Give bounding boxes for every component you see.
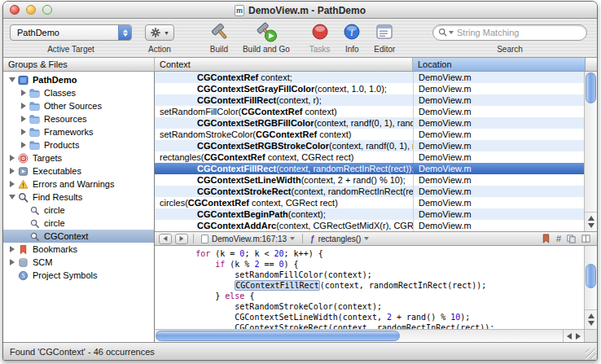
sidebar-item-project-symbols[interactable]: SProject Symbols	[3, 269, 154, 282]
function-popup[interactable]: ƒ rectangles()	[308, 235, 371, 243]
sidebar-item-other-sources[interactable]: Other Sources	[3, 99, 154, 112]
scrollbar-thumb[interactable]	[586, 264, 596, 288]
minimize-button[interactable]	[26, 5, 36, 15]
disclosure-triangle-icon[interactable]	[19, 128, 28, 137]
sidebar-item-products[interactable]: Products	[3, 138, 154, 151]
result-row[interactable]: CGContextAddArc(context, CGRectGetMidX(r…	[155, 220, 584, 231]
disclosure-triangle-icon[interactable]	[19, 115, 28, 124]
result-row[interactable]: CGContextSetLineWidth(context, 2 + rand(…	[155, 174, 584, 186]
sidebar-item-circle[interactable]: circle	[3, 217, 154, 230]
disclosure-triangle-icon[interactable]	[7, 193, 16, 202]
scroll-left-arrow-icon[interactable]	[567, 333, 572, 340]
result-context-cell: CGContextSetRGBFillColor(context, randf(…	[155, 117, 413, 129]
build-group: Build	[208, 21, 230, 54]
active-target-popup[interactable]: PathDemo	[10, 24, 132, 41]
disclosure-triangle-icon[interactable]	[19, 102, 28, 111]
editor-button[interactable]	[375, 23, 394, 43]
info-button[interactable]: i	[343, 23, 361, 43]
result-row[interactable]: setRandomStrokeColor(CGContextRef contex…	[155, 129, 584, 140]
sidebar-item-scm[interactable]: SCM	[3, 256, 154, 269]
resize-grip[interactable]	[586, 349, 596, 359]
gear-icon	[150, 27, 161, 39]
result-row[interactable]: CGContextStrokeRect(context, randomRectI…	[155, 186, 584, 197]
sidebar-item-executables[interactable]: Executables	[3, 164, 154, 178]
editor-horizontal-scrollbar[interactable]	[155, 329, 584, 342]
action-group: ▼ Action	[145, 21, 174, 54]
sidebar-item-label: PathDemo	[33, 75, 77, 85]
result-row[interactable]: circles(CGContextRef context, CGRect rec…	[155, 197, 584, 208]
search-group: Search	[432, 21, 587, 54]
warning-icon	[17, 178, 29, 190]
sidebar-item-pathdemo[interactable]: PathDemo	[3, 73, 154, 86]
disclosure-triangle-icon[interactable]	[7, 245, 16, 254]
result-row[interactable]: CGContextSetRGBFillColor(context, randf(…	[155, 117, 584, 129]
header-corner	[586, 58, 597, 71]
sidebar-item-resources[interactable]: Resources	[3, 112, 154, 125]
result-row[interactable]: CGContextFillRect(context, r);DemoView.m	[155, 94, 584, 106]
result-row[interactable]: rectangles(CGContextRef context, CGRect …	[155, 151, 584, 163]
search-input[interactable]	[455, 27, 581, 38]
scroll-up-arrow-icon[interactable]	[588, 216, 594, 221]
sidebar-item-label: Classes	[44, 88, 76, 98]
disclosure-triangle-icon[interactable]	[7, 167, 16, 176]
editor-vertical-scrollbar[interactable]	[584, 246, 597, 329]
search-field[interactable]	[432, 24, 587, 41]
nav-separator	[193, 234, 194, 243]
groups-files-tree[interactable]: PathDemoClassesOther SourcesResourcesFra…	[3, 72, 155, 342]
result-context-cell: CGContextSetLineWidth(context, 2 + rand(…	[155, 174, 413, 186]
sidebar-item-classes[interactable]: Classes	[3, 86, 154, 99]
sidebar-item-errors-and-warnings[interactable]: Errors and Warnings	[3, 178, 154, 191]
scroll-right-arrow-icon[interactable]	[576, 333, 581, 340]
result-location-cell: DemoView.m	[413, 72, 584, 83]
titlebar[interactable]: m DemoView.m - PathDemo	[3, 2, 597, 19]
scrollbar-thumb[interactable]	[156, 331, 400, 341]
result-row[interactable]: CGContextBeginPath(context);DemoView.m	[155, 208, 584, 220]
breakpoints-icon[interactable]: #	[556, 234, 561, 243]
disclosure-triangle-icon[interactable]	[7, 180, 16, 189]
code-area[interactable]: for (k = 0; k < 20; k++) { if (k % 2 == …	[155, 246, 584, 329]
sidebar-item-circle[interactable]: circle	[3, 204, 154, 217]
result-row[interactable]: CGContextSetGrayFillColor(context, 1.0, …	[155, 83, 584, 94]
result-row[interactable]: CGContextFillRect(context, randomRectInR…	[155, 163, 584, 174]
location-column-header[interactable]: Location	[413, 58, 586, 71]
action-button[interactable]: ▼	[145, 24, 174, 41]
context-column-header[interactable]: Context	[155, 58, 413, 71]
results-vertical-scrollbar[interactable]	[584, 72, 597, 231]
result-row[interactable]: CGContextSetRGBStrokeColor(context, rand…	[155, 140, 584, 151]
scroll-down-arrow-icon[interactable]	[588, 223, 594, 228]
close-button[interactable]	[10, 5, 20, 15]
sidebar-item-bookmarks[interactable]: Bookmarks	[3, 243, 154, 256]
sidebar-item-frameworks[interactable]: Frameworks	[3, 125, 154, 138]
bookmark-icon[interactable]	[542, 234, 551, 243]
source-editor[interactable]: for (k = 0; k < 20; k++) { if (k % 2 == …	[155, 246, 597, 342]
disclosure-triangle-icon[interactable]	[19, 141, 28, 150]
sidebar-item-label: CGContext	[44, 231, 88, 241]
result-location-cell: DemoView.m	[413, 163, 584, 174]
zoom-button[interactable]	[42, 5, 52, 15]
code-line: setRandomFillColor(context);	[161, 270, 584, 280]
disclosure-triangle-icon	[19, 206, 28, 215]
counterpart-icon[interactable]	[567, 234, 576, 243]
disclosure-triangle-icon[interactable]	[7, 154, 16, 163]
split-pane-icon[interactable]	[581, 234, 590, 243]
build-and-go-button[interactable]	[255, 21, 278, 45]
tasks-button[interactable]	[311, 23, 329, 43]
sidebar-item-targets[interactable]: Targets	[3, 151, 154, 164]
disclosure-triangle-icon[interactable]	[7, 258, 16, 267]
scrollbar-corner	[584, 329, 597, 342]
search-scope-caret-icon[interactable]	[449, 31, 454, 34]
sidebar-item-cgcontext[interactable]: CGContext	[3, 230, 154, 243]
result-row[interactable]: setRandomFillColor(CGContextRef context)…	[155, 106, 584, 117]
result-row[interactable]: CGContextRef context;DemoView.m	[155, 72, 584, 83]
forward-button[interactable]	[175, 234, 188, 244]
disclosure-triangle-icon[interactable]	[19, 89, 28, 98]
disclosure-triangle-icon[interactable]	[7, 76, 16, 85]
build-button[interactable]	[208, 21, 230, 45]
status-text: Found 'CGContext' - 46 occurrences	[10, 347, 155, 357]
back-button[interactable]	[159, 234, 172, 244]
scroll-down-arrow-icon[interactable]	[588, 321, 594, 326]
file-history-popup[interactable]: DemoView.m:167:13	[199, 235, 297, 243]
sidebar-item-find-results[interactable]: Find Results	[3, 191, 154, 204]
scrollbar-thumb[interactable]	[586, 72, 596, 103]
scroll-up-arrow-icon[interactable]	[588, 314, 594, 318]
